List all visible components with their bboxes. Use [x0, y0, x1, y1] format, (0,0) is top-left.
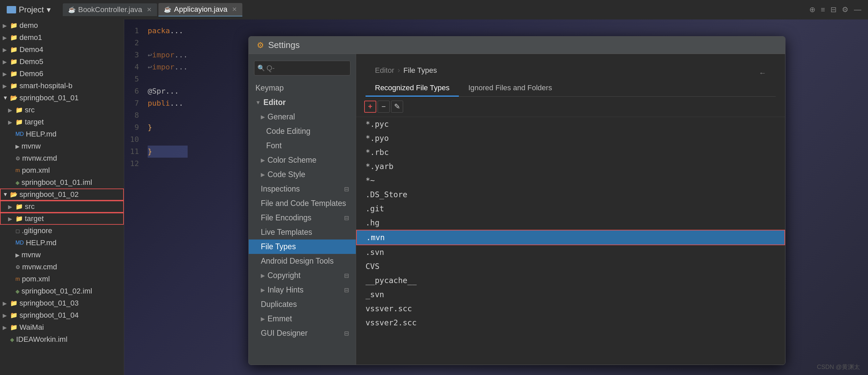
add-file-type-button[interactable]: + — [364, 101, 376, 113]
tree-item-target2[interactable]: ▶ 📁 target — [0, 213, 124, 225]
project-folder-icon — [7, 6, 16, 13]
folder-icon-demo: 📁 — [10, 22, 18, 29]
edit-icon: ✎ — [394, 102, 400, 111]
file-item-git[interactable]: .git — [356, 202, 785, 216]
tab-recognized[interactable]: Recognized File Types — [366, 80, 459, 97]
tree-item-mvnw2[interactable]: ▶ ▶ mvnw — [0, 249, 124, 261]
project-dropdown-icon[interactable]: ▾ — [46, 5, 51, 14]
nav-color-scheme-label: Color Scheme — [268, 156, 316, 165]
tab-book-close[interactable]: ✕ — [147, 6, 152, 13]
file-item-vssver[interactable]: vssver.scc — [356, 302, 785, 316]
back-button[interactable]: ← — [759, 69, 766, 77]
nav-gui-designer[interactable]: GUI Designer ⊟ — [249, 326, 356, 340]
tree-item-mvnw1[interactable]: ▶ ▶ mvnw — [0, 140, 124, 152]
tree-label-target1: target — [25, 118, 43, 127]
project-selector[interactable]: Project ▾ — [7, 5, 51, 14]
nav-editor-section[interactable]: ▼ Editor — [249, 95, 356, 110]
nav-general[interactable]: ▶ General — [249, 110, 356, 124]
action-list-icon[interactable]: ≡ — [821, 5, 825, 14]
file-item-svn2[interactable]: _svn — [356, 287, 785, 302]
action-split-icon[interactable]: ⊟ — [830, 5, 836, 14]
nav-file-types[interactable]: File Types — [249, 239, 356, 254]
tree-item-smart[interactable]: ▶ 📁 smart-hospital-b — [0, 80, 124, 92]
tree-item-demo5[interactable]: ▶ 📁 Demo5 — [0, 56, 124, 68]
file-item-ds-store[interactable]: .DS_Store — [356, 188, 785, 202]
breadcrumb-separator: › — [397, 66, 400, 75]
nav-font[interactable]: Font — [249, 139, 356, 153]
file-item-cvs[interactable]: CVS — [356, 259, 785, 273]
file-icon-mvnwcmd1: ⚙ — [16, 155, 20, 162]
tree-item-sb04[interactable]: ▶ 📁 springboot_01_04 — [0, 309, 124, 321]
tree-item-src1[interactable]: ▶ 📁 src — [0, 104, 124, 116]
nav-code-editing[interactable]: Code Editing — [249, 124, 356, 139]
nav-keymap[interactable]: Keymap — [249, 81, 356, 95]
edit-file-type-button[interactable]: ✎ — [391, 101, 403, 113]
file-item-yarb[interactable]: *.yarb — [356, 159, 785, 173]
tab-ignored[interactable]: Ignored Files and Folders — [459, 80, 561, 97]
file-item-hg[interactable]: .hg — [356, 216, 785, 230]
nav-emmet-label: Emmet — [268, 314, 292, 323]
file-item-vssver2[interactable]: vssver2.scc — [356, 316, 785, 330]
nav-live-templates[interactable]: Live Templates — [249, 225, 356, 239]
tree-item-sb03[interactable]: ▶ 📁 springboot_01_03 — [0, 297, 124, 309]
nav-android-design[interactable]: Android Design Tools — [249, 254, 356, 268]
tree-arrow-target2: ▶ — [8, 216, 13, 222]
file-item-tilde[interactable]: *~ — [356, 173, 785, 188]
settings-search-input[interactable] — [254, 61, 350, 75]
tree-item-pom2[interactable]: ▶ m pom.xml — [0, 273, 124, 285]
tree-item-mvnwcmd2[interactable]: ▶ ⚙ mvnw.cmd — [0, 261, 124, 273]
nav-file-code-templates[interactable]: File and Code Templates — [249, 196, 356, 211]
nav-emmet[interactable]: ▶ Emmet — [249, 312, 356, 326]
tree-label-waimai: WaiMai — [20, 323, 44, 332]
tree-item-demo4[interactable]: ▶ 📁 Demo4 — [0, 44, 124, 56]
nav-inspections[interactable]: Inspections ⊟ — [249, 182, 356, 196]
nav-color-scheme[interactable]: ▶ Color Scheme — [249, 153, 356, 167]
nav-inlay-hints[interactable]: ▶ Inlay Hints ⊟ — [249, 283, 356, 297]
file-item-svn-label: .svn — [366, 248, 384, 257]
action-add-icon[interactable]: ⊕ — [809, 5, 815, 14]
content-tabs: Recognized File Types Ignored Files and … — [366, 80, 776, 97]
nav-code-style-arrow: ▶ — [261, 171, 265, 178]
action-minimize-icon[interactable]: — — [854, 5, 861, 14]
nav-file-encodings[interactable]: File Encodings ⊟ — [249, 211, 356, 225]
folder-icon-demo5: 📁 — [10, 58, 18, 65]
tree-item-help1[interactable]: ▶ MD HELP.md — [0, 128, 124, 140]
file-item-mvn[interactable]: .mvn — [356, 230, 785, 245]
tree-item-waimai[interactable]: ▶ 📁 WaiMai — [0, 321, 124, 333]
tab-application[interactable]: ☕ Applicayion.java ✕ — [158, 3, 242, 16]
tree-item-pom1[interactable]: ▶ m pom.xml — [0, 164, 124, 176]
tree-item-demo[interactable]: ▶ 📁 demo — [0, 20, 124, 32]
action-gear-icon[interactable]: ⚙ — [842, 5, 848, 14]
tree-item-target1[interactable]: ▶ 📁 target — [0, 116, 124, 128]
tree-item-sb02[interactable]: ▼ 📂 springboot_01_02 — [0, 189, 124, 201]
tree-item-help2[interactable]: ▶ MD HELP.md — [0, 237, 124, 249]
folder-icon-sb01: 📂 — [10, 94, 18, 102]
tree-label-src2: src — [25, 202, 35, 211]
tree-item-demo6[interactable]: ▶ 📁 Demo6 — [0, 68, 124, 80]
file-item-pyo[interactable]: *.pyo — [356, 131, 785, 145]
nav-duplicates[interactable]: Duplicates — [249, 297, 356, 312]
tree-item-src2[interactable]: ▶ 📁 src — [0, 201, 124, 213]
file-item-pycache[interactable]: __pycache__ — [356, 273, 785, 287]
file-item-pyc[interactable]: *.pyc — [356, 117, 785, 131]
tree-item-ideaiml[interactable]: ▶ ◆ IDEAWorkin.iml — [0, 333, 124, 345]
tab-app-close[interactable]: ✕ — [232, 6, 237, 13]
nav-copyright[interactable]: ▶ Copyright ⊟ — [249, 268, 356, 283]
tree-item-demo1[interactable]: ▶ 📁 demo1 — [0, 32, 124, 44]
nav-code-style[interactable]: ▶ Code Style — [249, 167, 356, 182]
file-icon-help2: MD — [16, 240, 24, 246]
tree-item-mvnwcmd1[interactable]: ▶ ⚙ mvnw.cmd — [0, 152, 124, 164]
file-item-rbc[interactable]: *.rbc — [356, 145, 785, 159]
tree-item-sb01[interactable]: ▼ 📂 springboot_01_01 — [0, 92, 124, 104]
tree-label-sb01: springboot_01_01 — [20, 94, 79, 102]
tree-item-iml1[interactable]: ▶ ◆ springboot_01_01.iml — [0, 176, 124, 189]
tab-book-controller[interactable]: ☕ BookController.java ✕ — [63, 3, 157, 16]
tree-item-iml2[interactable]: ▶ ◆ springboot_01_02.iml — [0, 285, 124, 297]
nav-copyright-icon: ⊟ — [344, 272, 349, 279]
file-icon-pom1: m — [16, 167, 20, 173]
remove-file-type-button[interactable]: − — [378, 101, 390, 113]
nav-file-encodings-label: File Encodings — [261, 213, 311, 223]
nav-gui-designer-label: GUI Designer — [261, 329, 307, 338]
file-item-svn[interactable]: .svn — [356, 245, 785, 259]
tree-item-gitignore[interactable]: ▶ ◻ .gitignore — [0, 225, 124, 237]
